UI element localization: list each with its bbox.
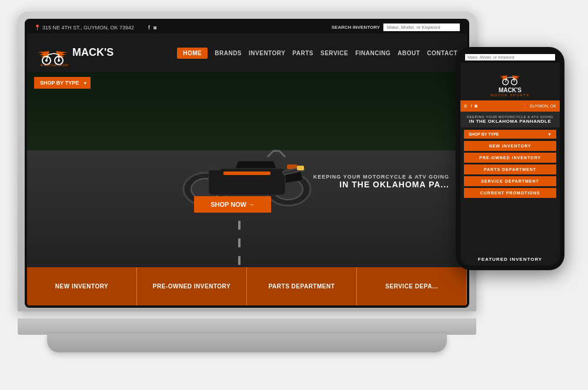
site-logo: ★ MOTOR SPORTS ★ MACK'S xyxy=(36,38,113,68)
phone-search-input[interactable] xyxy=(465,54,555,60)
phone-shop-by-type[interactable]: SHOP BY TYPE ▼ xyxy=(464,130,556,139)
hero-line2: IN THE OKLAHOMA PA... xyxy=(313,180,449,189)
phone-instagram-icon[interactable]: ◙ xyxy=(475,103,477,109)
svg-point-3 xyxy=(58,59,60,62)
nav-financing[interactable]: FINANCING xyxy=(355,50,390,56)
svg-rect-11 xyxy=(206,166,220,170)
svg-rect-12 xyxy=(223,172,270,175)
svg-text:★ MOTOR SPORTS ★: ★ MOTOR SPORTS ★ xyxy=(40,63,69,67)
website: 📍 315 NE 4TH ST., GUYMON, OK 73942 📞 (83… xyxy=(27,21,467,305)
search-input[interactable] xyxy=(383,23,460,31)
phone-menu-parts[interactable]: PARTS DEPARTMENT xyxy=(464,164,556,174)
scene: 📍 315 NE 4TH ST., GUYMON, OK 73942 📞 (83… xyxy=(0,0,588,390)
phone-topbar xyxy=(460,52,560,63)
phone: MACK'S MOTOR SPORTS ≡ f ◙ 📍 GUYMON, OK xyxy=(456,47,564,270)
instagram-icon[interactable]: ◙ xyxy=(153,25,156,31)
logo-name: MACK'S xyxy=(72,47,113,59)
phone-logo-svg xyxy=(498,66,522,87)
phone-screen-content: MACK'S MOTOR SPORTS ≡ f ◙ 📍 GUYMON, OK xyxy=(460,52,560,265)
phone-header: MACK'S MOTOR SPORTS xyxy=(460,63,560,100)
bottom-nav-new-inventory[interactable]: NEW INVENTORY xyxy=(27,267,137,305)
logo-text: MACK'S xyxy=(72,47,113,59)
laptop-foot xyxy=(47,334,447,352)
phone-nav-bar[interactable]: ≡ f ◙ 📍 GUYMON, OK xyxy=(460,100,560,112)
phone-menu-promotions[interactable]: CURRENT PROMOTIONS xyxy=(464,188,556,198)
hero-tagline: KEEPING YOUR MOTORCYCLE & ATV GOING IN T… xyxy=(313,174,449,189)
phone-logo-sub: MOTOR SPORTS xyxy=(490,93,529,97)
site-topbar: 📍 315 NE 4TH ST., GUYMON, OK 73942 📞 (83… xyxy=(27,21,467,33)
bottom-nav-parts[interactable]: PARTS DEPARTMENT xyxy=(247,267,357,305)
cta-label: SHOP NOW → xyxy=(211,201,255,208)
phone-featured: FEATURED INVENTORY xyxy=(460,253,560,265)
laptop: 📍 315 NE 4TH ST., GUYMON, OK 73942 📞 (83… xyxy=(18,12,476,352)
phone-facebook-icon[interactable]: f xyxy=(471,103,472,109)
phone-chevron-icon: ▼ xyxy=(547,132,552,136)
nav-home[interactable]: HOME xyxy=(177,48,208,59)
svg-rect-13 xyxy=(297,166,304,170)
phone-hero-line2: IN THE OKLAHOMA PANHANDLE xyxy=(465,119,555,124)
address-text: 315 NE 4TH ST., GUYMON, OK 73942 xyxy=(42,25,134,31)
bottom-nav-pre-owned[interactable]: PRE-OWNED INVENTORY xyxy=(137,267,247,305)
site-header: ★ MOTOR SPORTS ★ MACK'S HOME BRANDS INVE… xyxy=(27,33,467,72)
phone-menu-service[interactable]: SERVICE DEPARTMENT xyxy=(464,176,556,186)
shop-now-button[interactable]: SHOP NOW → xyxy=(194,196,271,213)
facebook-icon[interactable]: f xyxy=(148,25,150,31)
location-pin-icon: 📍 xyxy=(34,25,41,31)
bottom-navigation: NEW INVENTORY PRE-OWNED INVENTORY PARTS … xyxy=(27,267,467,305)
atv-svg xyxy=(176,125,318,207)
nav-about[interactable]: ABOUT xyxy=(397,50,420,56)
phone-location-pin: 📍 xyxy=(523,104,528,109)
address-bar: 📍 315 NE 4TH ST., GUYMON, OK 73942 xyxy=(34,25,134,31)
main-nav[interactable]: HOME BRANDS INVENTORY PARTS SERVICE FINA… xyxy=(177,48,457,59)
phone-outer: MACK'S MOTOR SPORTS ≡ f ◙ 📍 GUYMON, OK xyxy=(456,47,564,270)
phone-menu-pre-owned[interactable]: PRE-OWNED INVENTORY xyxy=(464,153,556,163)
phone-menu: NEW INVENTORY PRE-OWNED INVENTORY PARTS … xyxy=(460,141,560,198)
laptop-bezel: 📍 315 NE 4TH ST., GUYMON, OK 73942 📞 (83… xyxy=(25,19,469,308)
phone-menu-new-inventory[interactable]: NEW INVENTORY xyxy=(464,141,556,151)
shop-by-type-label: SHOP BY TYPE xyxy=(40,80,79,86)
svg-point-2 xyxy=(45,59,48,62)
nav-brands[interactable]: BRANDS xyxy=(215,50,242,56)
shop-by-type-button[interactable]: SHOP BY TYPE xyxy=(34,77,91,89)
laptop-base xyxy=(18,318,476,335)
bottom-nav-service[interactable]: SERVICE DEPA... xyxy=(357,267,467,305)
nav-contact[interactable]: CONTACT xyxy=(427,50,457,56)
hamburger-icon[interactable]: ≡ xyxy=(464,103,467,109)
phone-hero-text: KEEPING YOUR MOTORCYCLE & ATV GOING IN T… xyxy=(460,112,560,127)
search-area: SEARCH INVENTORY xyxy=(332,23,460,31)
nav-service[interactable]: SERVICE xyxy=(320,50,348,56)
hero-line1: KEEPING YOUR MOTORCYCLE & ATV GOING xyxy=(313,174,449,180)
hero-section: SHOP BY TYPE SHOP NOW → KEEPING YOUR MOT… xyxy=(27,72,467,267)
laptop-outer: 📍 315 NE 4TH ST., GUYMON, OK 73942 📞 (83… xyxy=(18,12,476,311)
nav-inventory[interactable]: INVENTORY xyxy=(249,50,285,56)
search-label: SEARCH INVENTORY xyxy=(332,25,380,30)
phone-social[interactable]: f ◙ xyxy=(471,103,477,109)
laptop-screen: 📍 315 NE 4TH ST., GUYMON, OK 73942 📞 (83… xyxy=(27,21,467,305)
phone-logo-name: MACK'S xyxy=(499,87,522,93)
phone-featured-title: FEATURED INVENTORY xyxy=(465,257,555,262)
logo-svg: ★ MOTOR SPORTS ★ xyxy=(36,38,69,68)
nav-parts[interactable]: PARTS xyxy=(292,50,313,56)
phone-shop-type-label: SHOP BY TYPE xyxy=(469,132,499,136)
phone-logo: MACK'S MOTOR SPORTS xyxy=(490,66,529,97)
social-icons[interactable]: f ◙ xyxy=(148,25,156,31)
phone-location: 📍 GUYMON, OK xyxy=(523,104,556,109)
